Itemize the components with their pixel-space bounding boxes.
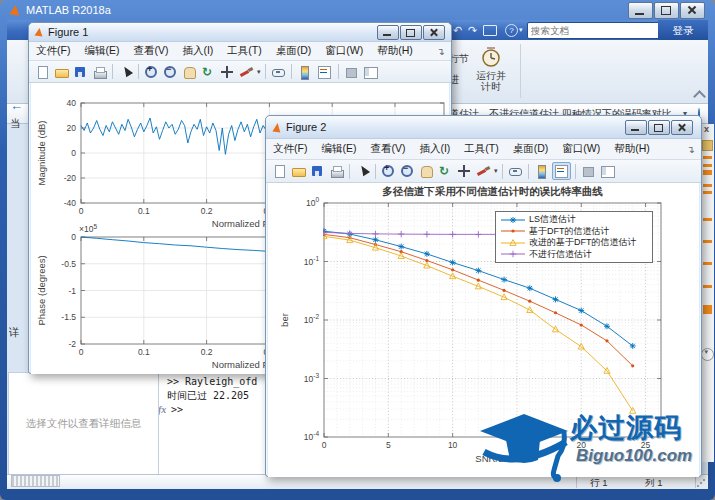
next-message-button[interactable]: ▾	[701, 348, 714, 361]
figure1-titlebar[interactable]: Figure 1	[29, 23, 451, 42]
dock-pin-icon[interactable]: ↴	[437, 46, 445, 57]
login-button[interactable]: 登录	[658, 20, 708, 40]
menu-item-1[interactable]: 编辑(E)	[77, 44, 126, 58]
undo-icon[interactable]: ↶	[453, 24, 462, 37]
menu-item-6[interactable]: 窗口(W)	[555, 142, 607, 156]
zoom-in-icon[interactable]	[380, 163, 397, 179]
horizontal-scrollbar[interactable]	[11, 475, 60, 487]
figure2-titlebar[interactable]: Figure 2	[266, 116, 701, 139]
menu-item-3[interactable]: 插入(I)	[175, 44, 220, 58]
hide-plot-tools-icon[interactable]	[343, 64, 360, 80]
zoom-out-icon[interactable]	[399, 163, 416, 179]
dock-pin-icon[interactable]: ↴	[687, 144, 695, 155]
data-cursor-icon[interactable]	[219, 64, 236, 80]
new-doc-icon[interactable]	[271, 163, 288, 179]
close-document-icon[interactable]: x	[704, 124, 709, 134]
new-doc-icon[interactable]	[34, 64, 51, 80]
menu-item-0[interactable]: 文件(F)	[266, 142, 314, 156]
legend-entry-3[interactable]: 不进行信道估计	[500, 249, 648, 261]
cursor-icon[interactable]	[117, 64, 134, 80]
brush-icon[interactable]	[238, 64, 255, 80]
pan-icon[interactable]	[181, 64, 198, 80]
svg-text:Phase (degrees): Phase (degrees)	[36, 255, 47, 325]
lint-marker[interactable]	[703, 170, 712, 175]
svg-text:-40: -40	[64, 198, 77, 208]
insert-legend-icon[interactable]	[552, 162, 571, 180]
zoom-in-icon[interactable]	[143, 64, 160, 80]
matlab-logo-icon	[9, 4, 20, 15]
menu-item-0[interactable]: 文件(F)	[29, 44, 77, 58]
pan-icon[interactable]	[418, 163, 435, 179]
save-icon[interactable]	[309, 163, 326, 179]
svg-text:10: 10	[448, 440, 458, 450]
insert-legend-icon[interactable]	[315, 63, 334, 81]
svg-text:0.1: 0.1	[138, 347, 150, 357]
doc-search-box[interactable]	[527, 22, 661, 39]
insert-colorbar-icon[interactable]	[533, 163, 550, 179]
run-and-time-icon[interactable]	[479, 45, 503, 69]
menu-item-7[interactable]: 帮助(H)	[370, 44, 420, 58]
open-folder-icon[interactable]	[53, 64, 70, 80]
command-prompt[interactable]: >>	[171, 403, 266, 417]
menu-item-2[interactable]: 查看(V)	[363, 142, 412, 156]
run-and-time-button[interactable]: 运行并 计时	[465, 70, 517, 92]
redo-icon[interactable]: ↷	[468, 24, 477, 37]
hide-plot-tools-icon[interactable]	[580, 163, 597, 179]
lint-summary-icon[interactable]	[702, 140, 713, 151]
command-window[interactable]: >> Rayleigh_ofd 时间已过 22.205 fx >>	[158, 372, 267, 476]
menu-item-5[interactable]: 桌面(D)	[269, 44, 319, 58]
show-plot-tools-icon[interactable]	[599, 163, 616, 179]
close-button[interactable]	[680, 2, 705, 19]
lint-marker[interactable]	[703, 305, 712, 314]
link-plots-icon[interactable]	[270, 64, 287, 80]
menu-item-2[interactable]: 查看(V)	[126, 44, 175, 58]
menu-item-6[interactable]: 窗口(W)	[318, 44, 370, 58]
plot-legend[interactable]: LS信道估计基于DFT的信道估计改进的基于DFT的信道估计不进行信道估计	[495, 211, 653, 263]
main-titlebar[interactable]: MATLAB R2018a	[0, 0, 715, 20]
help-caret-icon[interactable]: ▾	[519, 26, 523, 34]
brush-caret-icon[interactable]: ▾	[494, 167, 498, 175]
menu-item-5[interactable]: 桌面(D)	[506, 142, 556, 156]
print-icon[interactable]	[328, 163, 345, 179]
collapse-ribbon-icon[interactable]	[693, 90, 706, 103]
ribbon-fragment-runsection[interactable]: 行节	[449, 52, 469, 66]
zoom-out-icon[interactable]	[162, 64, 179, 80]
rotate-3d-icon[interactable]	[437, 163, 454, 179]
link-plots-icon[interactable]	[507, 163, 524, 179]
rotate-3d-icon[interactable]	[200, 64, 217, 80]
menu-item-3[interactable]: 插入(I)	[412, 142, 457, 156]
minimize-button[interactable]	[625, 120, 647, 135]
back-arrow-icon[interactable]: ←	[10, 98, 23, 113]
lint-marker[interactable]	[703, 240, 712, 243]
open-folder-icon[interactable]	[290, 163, 307, 179]
lint-marker[interactable]	[703, 184, 712, 187]
close-button[interactable]	[423, 25, 445, 40]
lint-marker[interactable]	[703, 285, 712, 288]
cursor-icon[interactable]	[354, 163, 371, 179]
insert-colorbar-icon[interactable]	[296, 64, 313, 80]
print-icon[interactable]	[91, 64, 108, 80]
menu-item-1[interactable]: 编辑(E)	[314, 142, 363, 156]
lint-marker[interactable]	[703, 191, 712, 194]
brush-caret-icon[interactable]: ▾	[257, 68, 261, 76]
minimize-button[interactable]	[377, 25, 399, 40]
lint-marker[interactable]	[703, 218, 712, 221]
lint-marker[interactable]	[703, 164, 712, 167]
maximize-button[interactable]	[648, 120, 670, 135]
lint-marker[interactable]	[703, 156, 712, 159]
lint-marker[interactable]	[703, 262, 712, 265]
brush-icon[interactable]	[475, 163, 492, 179]
menu-item-7[interactable]: 帮助(H)	[607, 142, 657, 156]
maximize-button[interactable]	[654, 2, 679, 19]
help-icon[interactable]: ?	[505, 24, 518, 37]
menu-item-4[interactable]: 工具(T)	[457, 142, 505, 156]
save-icon[interactable]	[72, 64, 89, 80]
minimize-button[interactable]	[628, 2, 653, 19]
maximize-button[interactable]	[400, 25, 422, 40]
close-button[interactable]	[671, 120, 693, 135]
data-cursor-icon[interactable]	[456, 163, 473, 179]
search-input[interactable]	[528, 25, 666, 36]
show-plot-tools-icon[interactable]	[362, 64, 379, 80]
window-icon[interactable]	[483, 25, 497, 36]
menu-item-4[interactable]: 工具(T)	[220, 44, 268, 58]
